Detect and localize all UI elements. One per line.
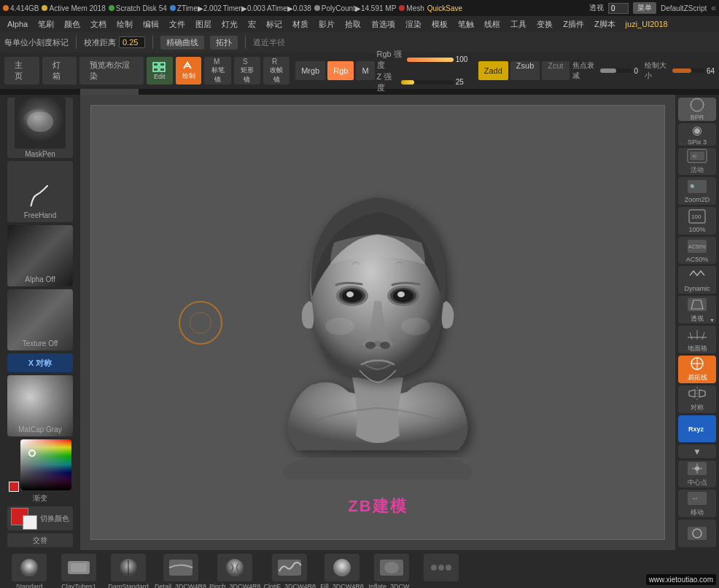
- svg-line-37: [690, 332, 692, 340]
- menu-tool[interactable]: 工具: [506, 17, 531, 31]
- topology-btn[interactable]: 拓扑: [210, 36, 238, 50]
- smooth-curve-btn[interactable]: 精确曲线: [160, 36, 204, 50]
- menu-button[interactable]: 菜单: [633, 2, 656, 14]
- zadd-btn[interactable]: Zadd: [478, 61, 508, 80]
- svg-point-19: [365, 342, 376, 349]
- menu-macro[interactable]: 宏: [244, 17, 260, 31]
- menu-zscript[interactable]: Z脚本: [590, 17, 620, 31]
- menu-transform[interactable]: 变换: [532, 17, 557, 31]
- mode-icon-2: S: [241, 57, 253, 64]
- ac50-btn[interactable]: AC50% AC50%: [678, 237, 716, 264]
- draw-size-fill: [672, 68, 691, 73]
- menu-zplugin[interactable]: Z插件: [559, 17, 588, 31]
- tab-lightbox[interactable]: 灯箱: [42, 57, 77, 85]
- zsub-btn[interactable]: Zsub: [510, 61, 540, 80]
- edit-btn[interactable]: Edit: [147, 57, 173, 85]
- mode-btn-3[interactable]: R 改帧镜: [263, 57, 289, 85]
- menu-color[interactable]: 颜色: [60, 17, 85, 31]
- mode-btn-2[interactable]: S 矩形镜: [234, 57, 260, 85]
- menu-mark[interactable]: 标记: [262, 17, 287, 31]
- dynamic-btn[interactable]: Dynamic: [678, 266, 716, 294]
- brush-claytubes[interactable]: ClayTubes1: [55, 554, 102, 588]
- brush-clotif[interactable]: ClotiF_3DCW4R8: [264, 554, 316, 588]
- exchange-btn[interactable]: 交替: [7, 533, 73, 547]
- texture-thumb[interactable]: Texture Off: [7, 289, 73, 350]
- focus-section: 焦点衰减 0 绘制大小 64: [572, 60, 715, 81]
- brush-preview[interactable]: MaskPen: [7, 98, 73, 158]
- menu-template[interactable]: 模板: [427, 17, 452, 31]
- center-point-icon: [686, 460, 708, 477]
- brush-dam[interactable]: DamStandard: [105, 554, 152, 588]
- brush-inflate[interactable]: Inflate_3DCW...: [368, 554, 415, 588]
- matcap-thumb[interactable]: MatCap Gray: [7, 375, 73, 436]
- menu-pref[interactable]: 首选项: [367, 17, 400, 31]
- bpr-btn[interactable]: BPR: [678, 98, 716, 121]
- extra-btn[interactable]: [678, 520, 716, 547]
- menu-movie[interactable]: 影片: [314, 17, 339, 31]
- cal-dist-input[interactable]: [119, 36, 145, 48]
- view-input[interactable]: [608, 3, 629, 14]
- canvas-area[interactable]: ZB建模: [80, 95, 675, 550]
- fill-preview: [324, 554, 360, 581]
- symmetry-btn[interactable]: 对称: [678, 385, 716, 413]
- canvas-inner[interactable]: ZB建模: [90, 105, 665, 540]
- menu-brush[interactable]: 笔刷: [34, 17, 58, 31]
- move-label: 移动: [691, 508, 704, 517]
- menu-alpha[interactable]: Alpha: [3, 18, 32, 30]
- menu-edit[interactable]: 编辑: [139, 17, 163, 31]
- menu-file[interactable]: 文件: [165, 17, 190, 31]
- brush-pinch[interactable]: Pinch_3DCW4R8: [209, 554, 261, 588]
- alpha-thumb[interactable]: Alpha Off: [7, 225, 73, 286]
- zcut-btn[interactable]: Zcut: [542, 61, 569, 80]
- rotate-btn[interactable]: ▼: [678, 444, 716, 458]
- quicksave-info[interactable]: QuickSave: [427, 4, 462, 12]
- menu-layer[interactable]: 图层: [191, 17, 216, 31]
- approx-radius-label: 遮近半径: [253, 37, 285, 48]
- draw-btn[interactable]: 绘制: [176, 57, 202, 85]
- menu-render[interactable]: 渲染: [401, 17, 426, 31]
- rgb-btn[interactable]: Rgb: [327, 61, 354, 80]
- spix-btn[interactable]: ◉ SPix 3: [678, 123, 716, 146]
- brush-fill[interactable]: Fill_3DCW4R8: [319, 554, 365, 588]
- more-brushes[interactable]: ...: [418, 554, 465, 588]
- rotation-gizmo[interactable]: [179, 301, 222, 345]
- rxyz-btn[interactable]: Rxyz: [678, 415, 716, 443]
- move-btn[interactable]: ↔ 移动: [678, 490, 716, 517]
- zoom2d-btn[interactable]: 🔍 Zoom2D: [678, 177, 716, 205]
- x-sym-button[interactable]: X 对称: [7, 353, 73, 372]
- zoom100-btn[interactable]: 100 100%: [678, 207, 716, 235]
- mrgb-btn[interactable]: Mrgb: [295, 61, 325, 80]
- freehand-thumb[interactable]: FreeHand: [7, 161, 73, 222]
- menu-draw[interactable]: 绘制: [112, 17, 137, 31]
- rgb-intensity-slider[interactable]: [407, 58, 454, 62]
- floor-grid-icon: [686, 326, 708, 342]
- tab-home[interactable]: 主页: [4, 57, 39, 85]
- switch-color-btn[interactable]: 切换颜色: [7, 506, 73, 530]
- mode-btn-1[interactable]: M 标笔镜: [204, 57, 230, 85]
- expand-icon[interactable]: «: [711, 3, 716, 13]
- brush-standard[interactable]: Standard: [6, 554, 53, 588]
- easy-edge-btn[interactable]: 易拓线: [678, 356, 716, 383]
- perspective-btn[interactable]: 透视 ▼: [678, 296, 716, 324]
- color-indicator[interactable]: [9, 482, 19, 492]
- tab-preview-bool[interactable]: 预览布尔渲染: [79, 57, 143, 85]
- menu-light[interactable]: 灯光: [217, 17, 242, 31]
- menu-wireframe[interactable]: 线框: [480, 17, 505, 31]
- center-point-btn[interactable]: 中心点: [678, 460, 716, 488]
- z-intensity-slider[interactable]: [401, 80, 454, 85]
- svg-point-63: [333, 559, 351, 576]
- focal-shift-slider[interactable]: [600, 68, 632, 73]
- draw-size-slider[interactable]: [672, 68, 704, 73]
- unit-label-item[interactable]: 每单位小刻度标记: [4, 37, 69, 48]
- brush-detail[interactable]: Detail_3DCW4R8: [155, 554, 206, 588]
- menu-juzi[interactable]: juzi_UI2018: [621, 18, 672, 30]
- menu-pick[interactable]: 拾取: [341, 17, 365, 31]
- menu-document[interactable]: 文档: [86, 17, 111, 31]
- menu-material[interactable]: 材质: [288, 17, 313, 31]
- active-btn[interactable]: ⟲ 活动: [678, 148, 716, 175]
- m-btn[interactable]: M: [356, 61, 374, 80]
- color-picker[interactable]: [20, 439, 71, 490]
- menu-stroke[interactable]: 笔触: [454, 17, 478, 31]
- floor-grid-btn[interactable]: 地面格: [678, 326, 716, 353]
- svg-point-55: [20, 559, 38, 576]
